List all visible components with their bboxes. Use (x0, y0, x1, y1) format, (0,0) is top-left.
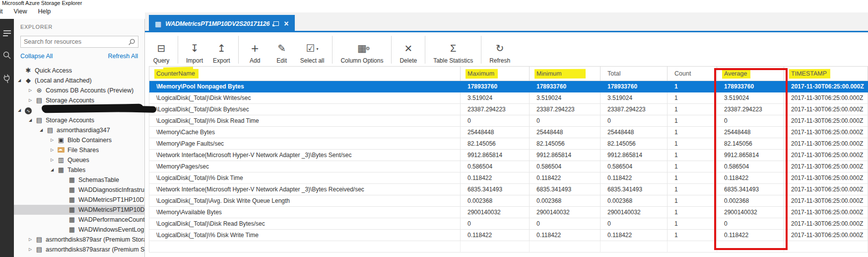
menu-item-edit[interactable]: Edit (0, 8, 8, 15)
cell-count: 1 (668, 81, 717, 92)
expander-expanded-icon[interactable]: ◢ (18, 76, 24, 86)
tab-popout-icon[interactable] (273, 21, 279, 26)
query-button[interactable]: ⊟Query (148, 35, 175, 64)
tree-item-asrnorthdisks879asr-premium-storage[interactable]: ▷▤asrnorthdisks879asr (Premium Storage (14, 235, 144, 245)
tree-item-asrnorthdisks879asrasr-premium-stora[interactable]: ▷▤asrnorthdisks879asrasr (Premium Stora (14, 245, 144, 255)
subscription-circle: ∿ (25, 107, 32, 114)
export-icon: ↥ (217, 41, 226, 55)
cell-total: 23387.294223 (601, 104, 668, 115)
table-row[interactable]: \LogicalDisk(_Total)\Disk Writes/sec3.51… (149, 92, 868, 104)
table-row[interactable]: \LogicalDisk(_Total)\% Disk Time0.118422… (149, 172, 868, 184)
expander-collapsed-icon[interactable]: ▷ (51, 135, 57, 145)
tab-close-icon[interactable]: × (284, 20, 288, 28)
tab-wadmetrics-table[interactable]: ▦ WADMetricsPT1MP10DV2S20171126 × (149, 15, 295, 32)
plug-icon[interactable] (0, 70, 15, 87)
refresh-all-link[interactable]: Refresh All (108, 53, 138, 60)
table-row[interactable]: \LogicalDisk(_Total)\Disk Read Bytes/sec… (149, 218, 868, 230)
refresh-button[interactable]: ↻Refresh (484, 35, 515, 64)
column-header-minimum[interactable]: Minimum (530, 66, 601, 81)
tree-item-quick-access[interactable]: ✱Quick Access (14, 66, 144, 76)
table-row[interactable]: \LogicalDisk(_Total)\% Disk Read Time000… (149, 115, 868, 127)
expander-expanded-icon[interactable]: ◢ (51, 165, 57, 175)
table-row[interactable]: \LogicalDisk(_Total)\Avg. Disk Write Que… (149, 195, 868, 207)
expander-collapsed-icon[interactable]: ▷ (51, 155, 57, 165)
cell-average: 0.118422 (717, 230, 784, 241)
cell-minimum: 2900140032 (530, 207, 601, 218)
import-button[interactable]: ↧Import (181, 35, 208, 64)
tree-item-file-shares[interactable]: ▷☁File Shares (14, 145, 144, 155)
tree-item-wadwindowseventlogstable[interactable]: ▦WADWindowsEventLogsTable (14, 225, 144, 235)
table-row[interactable]: \Memory\Available Bytes29001400322900140… (149, 207, 868, 218)
tree-item-local-and-attached[interactable]: ◢◆(Local and Attached) (14, 76, 144, 86)
table-row[interactable]: \LogicalDisk(_Total)\% Disk Write Time0.… (149, 230, 868, 241)
tree-item-asrnorthasrdiag347[interactable]: ◢▤asrnorthasrdiag347 (14, 125, 144, 135)
menu-item-help[interactable]: Help (32, 8, 56, 15)
column-header-countername[interactable]: CounterName (149, 66, 461, 81)
cell-total: 0.002368 (601, 195, 668, 207)
export-button[interactable]: ↥Export (208, 35, 235, 64)
tree-item-waddiagnosticinfrastructurel[interactable]: ▦WADDiagnosticInfrastructureL (14, 185, 144, 195)
collapse-all-link[interactable]: Collapse All (20, 53, 53, 60)
cell-total: 82.145056 (601, 138, 668, 150)
expander-collapsed-icon[interactable]: ▷ (51, 145, 57, 155)
expander-collapsed-icon[interactable]: ▷ (29, 235, 35, 245)
table-row[interactable]: \Memory\Page Faults/sec82.14505682.14505… (149, 138, 868, 150)
column-options-button[interactable]: ▦⚙Column Options (335, 35, 388, 64)
expander-expanded-icon[interactable]: ◢ (40, 125, 46, 135)
menu-item-view[interactable]: View (8, 8, 33, 15)
tree-item-cosmos-db-accounts-preview[interactable]: ▷⊛Cosmos DB Accounts (Preview) (14, 86, 144, 95)
column-header-average[interactable]: Average (717, 66, 784, 81)
expander-expanded-icon[interactable]: ◢ (29, 115, 35, 125)
cell-total: 0.118422 (601, 230, 668, 241)
expander-expanded-icon[interactable]: ◢ (18, 105, 24, 115)
column-header-maximum[interactable]: Maximum (461, 66, 530, 81)
table-icon: ▦ (68, 186, 76, 194)
tree-item-wadmetricspt1mp10dv2s20[interactable]: ▦WADMetricsPT1MP10DV2S20 (14, 205, 144, 215)
tree-item-label: Quick Access (35, 66, 72, 76)
tree-item-wadperformancecounterstab[interactable]: ▦WADPerformanceCountersTab (14, 215, 144, 225)
cell-maximum: 0.118422 (461, 230, 530, 241)
cell-count: 1 (668, 207, 717, 218)
delete-button[interactable]: ×Delete (395, 35, 422, 64)
search-icon[interactable] (0, 48, 14, 63)
table-row[interactable]: \LogicalDisk(_Total)\Disk Bytes/sec23387… (149, 104, 868, 115)
cell-total: 0 (601, 115, 668, 127)
select-all-button[interactable]: ☑▾Select all (295, 35, 330, 64)
cell-timestamp: 2017-11-30T06:25:00.000Z (784, 115, 868, 127)
tree-item-blob-containers[interactable]: ▷▣Blob Containers (14, 135, 144, 145)
table-row[interactable]: \Memory\Pool Nonpaged Bytes1789337601789… (149, 81, 868, 92)
cell-maximum: 2900140032 (461, 207, 530, 218)
tree-item-wadmetricspt1hp10dv2s201[interactable]: ▦WADMetricsPT1HP10DV2S201 (14, 195, 144, 205)
table-row[interactable]: \Network Interface(Microsoft Hyper-V Net… (149, 184, 868, 195)
edit-button[interactable]: ✎Edit (268, 35, 295, 64)
column-header-total[interactable]: Total (601, 66, 668, 81)
tree-item-storage-accounts[interactable]: ◢▤Storage Accounts (14, 115, 144, 125)
expander-collapsed-icon[interactable]: ▷ (29, 95, 35, 105)
delete-icon: × (404, 41, 412, 55)
cell-average: 0.586504 (717, 161, 784, 172)
edit-icon: ✎ (277, 41, 286, 55)
cell-timestamp: 2017-11-30T06:25:00.000Z (784, 172, 868, 184)
cell-total: 3.519024 (601, 92, 668, 104)
cell-counter: \LogicalDisk(_Total)\% Disk Read Time (149, 115, 461, 127)
cell-total: 178933760 (601, 81, 668, 92)
planet-icon: ⊛ (35, 86, 43, 94)
table-statistics-button[interactable]: ΣTable Statistics (428, 35, 478, 64)
table-row[interactable]: \Network Interface(Microsoft Hyper-V Net… (149, 150, 868, 161)
column-header-count[interactable]: Count (668, 66, 717, 81)
expander-collapsed-icon[interactable]: ▷ (29, 86, 35, 95)
table-row[interactable]: \Memory\Cache Bytes254484482544844825448… (149, 127, 868, 138)
storage-account-icon: ▤ (35, 236, 43, 244)
search-input[interactable] (21, 38, 128, 45)
add-button[interactable]: +Add (242, 35, 268, 64)
table-row[interactable]: \Memory\Pages/sec0.5865040.5865040.58650… (149, 161, 868, 172)
tree-item-tables[interactable]: ◢▦Tables (14, 165, 144, 175)
menu-icon[interactable] (0, 26, 14, 41)
tree-item-schemastable[interactable]: ▦SchemasTable (14, 175, 144, 185)
expander-collapsed-icon[interactable]: ▷ (29, 245, 35, 255)
toolbar-button-label: Query (153, 57, 170, 64)
cell-maximum: 82.145056 (461, 138, 530, 150)
column-header-timestamp[interactable]: TIMESTAMP (784, 66, 868, 81)
tree-item-queues[interactable]: ▷▥Queues (14, 155, 144, 165)
activity-bar (0, 19, 14, 257)
